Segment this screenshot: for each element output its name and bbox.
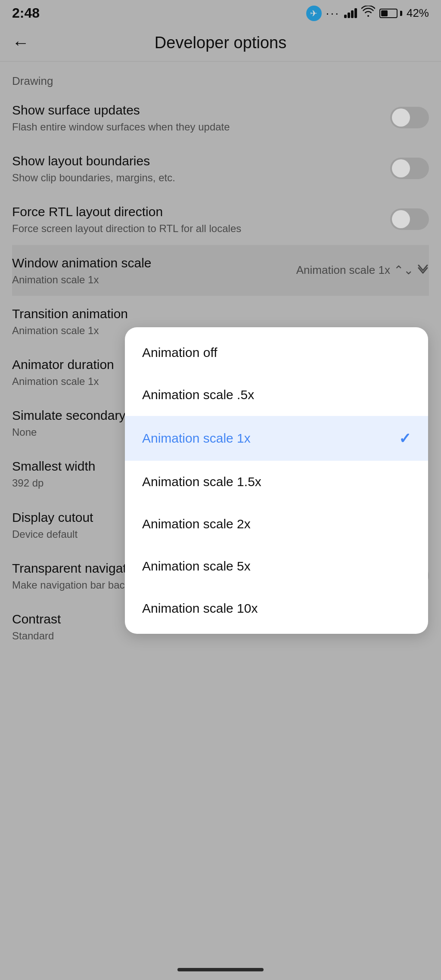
dropdown-option-off-label: Animation off: [142, 345, 217, 360]
dropdown-option-5x[interactable]: Animation scale 5x: [125, 545, 428, 587]
dropdown-option-10x[interactable]: Animation scale 10x: [125, 587, 428, 630]
check-icon: ✓: [399, 430, 411, 447]
dropdown-option-half-label: Animation scale .5x: [142, 388, 254, 402]
dropdown-option-2x[interactable]: Animation scale 2x: [125, 503, 428, 545]
dropdown-option-1x-label: Animation scale 1x: [142, 431, 251, 446]
dropdown-option-1.5x-label: Animation scale 1.5x: [142, 474, 261, 489]
dropdown-option-5x-label: Animation scale 5x: [142, 559, 251, 574]
dropdown-option-10x-label: Animation scale 10x: [142, 601, 258, 616]
dropdown-option-1.5x[interactable]: Animation scale 1.5x: [125, 461, 428, 503]
dropdown-option-half[interactable]: Animation scale .5x: [125, 374, 428, 416]
dropdown-option-off[interactable]: Animation off: [125, 332, 428, 374]
dropdown-option-1x[interactable]: Animation scale 1x ✓: [125, 416, 428, 461]
dropdown-option-2x-label: Animation scale 2x: [142, 517, 251, 531]
animation-scale-dropdown-modal: Animation off Animation scale .5x Animat…: [125, 327, 428, 634]
